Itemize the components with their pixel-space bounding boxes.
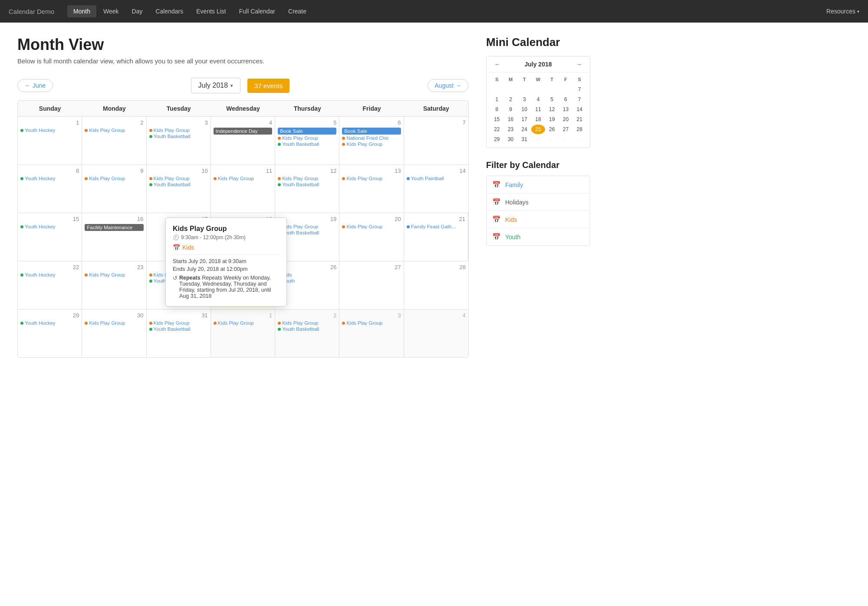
mini-day-7[interactable]: 7 [572, 85, 586, 94]
event-national-fried-chic[interactable]: National Fried Chic [342, 135, 401, 141]
event-label[interactable]: Youth Paintball [411, 176, 444, 181]
event-kids-play-group[interactable]: Kids Play Group [214, 320, 272, 326]
mini-day-27[interactable]: 27 [559, 125, 573, 134]
nav-item-day[interactable]: Day [126, 5, 149, 17]
event-kids-play-group[interactable]: Kids Play Group [342, 224, 401, 229]
mini-day-20[interactable]: 20 [559, 115, 573, 124]
event-kids-play-group[interactable]: Kids Play Group [278, 320, 336, 326]
event-youth-hockey[interactable]: Youth Hockey [20, 224, 79, 229]
event-label[interactable]: Kids Play Group [346, 320, 382, 326]
event-label[interactable]: Youth Basketball [154, 326, 191, 332]
event-label[interactable]: Youth Hockey [25, 272, 56, 277]
mini-day-26[interactable]: 26 [545, 125, 559, 134]
mini-day-14[interactable]: 14 [572, 105, 586, 114]
event-youth-basketball[interactable]: Youth Basketball [149, 182, 208, 187]
event-youth-hockey[interactable]: Youth Hockey [20, 320, 79, 326]
event-label[interactable]: Youth Hockey [25, 176, 56, 181]
event-label[interactable]: Youth Hockey [25, 320, 56, 326]
mini-day-12[interactable]: 12 [545, 105, 559, 114]
event-facility-maintenance[interactable]: Facility Maintenance [85, 224, 143, 231]
event-family-feast[interactable]: Family Feast Gath... [407, 224, 465, 229]
event-label[interactable]: Youth Hockey [25, 224, 56, 229]
mini-day-30[interactable]: 30 [504, 135, 518, 144]
mini-day-17[interactable]: 17 [517, 115, 531, 124]
event-label[interactable]: Kids Play Group [282, 224, 318, 229]
event-label[interactable]: Kids Play Group [282, 135, 318, 141]
mini-day-23[interactable]: 23 [504, 125, 518, 134]
event-youth-hockey[interactable]: Youth Hockey [20, 128, 79, 133]
event-youth-hockey[interactable]: Youth Hockey [20, 272, 79, 277]
mini-day-19[interactable]: 19 [545, 115, 559, 124]
event-label[interactable]: Kids Play Group [89, 272, 125, 277]
mini-day-7b[interactable]: 7 [572, 95, 586, 104]
event-label[interactable]: Kids Play Group [218, 176, 254, 181]
mini-day-22[interactable]: 22 [490, 125, 504, 134]
event-label[interactable]: Family Feast Gath... [411, 224, 456, 229]
event-label[interactable]: Kids Play Group [346, 142, 382, 147]
event-kids-play-group[interactable]: Kids Play Group [85, 128, 143, 133]
mini-day-31[interactable]: 31 [517, 135, 531, 144]
month-dropdown[interactable]: July 2018 [191, 78, 241, 93]
mini-day-2[interactable]: 2 [504, 95, 518, 104]
mini-day-24[interactable]: 24 [517, 125, 531, 134]
event-kids-play-group[interactable]: Kids Play Group [278, 176, 336, 181]
event-kids-play-group[interactable]: Kids Play Group [149, 320, 208, 326]
event-label[interactable]: Youth Basketball [282, 230, 319, 235]
filter-item-youth[interactable]: 📅 Youth [487, 228, 590, 246]
event-label[interactable]: Youth Basketball [154, 182, 191, 187]
event-kids-play-group[interactable]: Kids Play Group [342, 142, 401, 147]
event-youth-basketball[interactable]: Youth Basketball [278, 326, 336, 332]
event-label[interactable]: Kids Play Group [154, 128, 190, 133]
event-youth-paintball[interactable]: Youth Paintball [407, 176, 466, 181]
mini-day-4[interactable]: 4 [531, 95, 545, 104]
event-youth-basketball[interactable]: Youth Basketball [149, 134, 208, 139]
mini-day-8[interactable]: 8 [490, 105, 504, 114]
event-kids-play-group[interactable]: Kids Play Group [149, 128, 208, 133]
mini-day-28[interactable]: 28 [572, 125, 586, 134]
event-kids-play-group[interactable]: Kids Play Group [85, 176, 143, 181]
mini-prev-button[interactable]: ← [492, 60, 503, 69]
event-book-sale[interactable]: Book Sale [342, 128, 401, 135]
nav-item-month[interactable]: Month [67, 5, 96, 17]
event-label[interactable]: Youth Basketball [282, 142, 319, 147]
event-kids-play-group[interactable]: Kids Play Group [85, 272, 143, 277]
mini-day-13[interactable]: 13 [559, 105, 573, 114]
mini-day-15[interactable]: 15 [490, 115, 504, 124]
event-youth-basketball[interactable]: Youth Basketball [278, 182, 336, 187]
mini-day-29[interactable]: 29 [490, 135, 504, 144]
filter-item-kids[interactable]: 📅 Kids [487, 211, 590, 228]
event-label[interactable]: Kids Play Group [346, 224, 382, 229]
event-book-sale[interactable]: Book Sale [278, 128, 336, 135]
event-label[interactable]: Kids Play Group [282, 320, 318, 326]
mini-day-3[interactable]: 3 [517, 95, 531, 104]
event-youth-basketball[interactable]: Youth Basketball [149, 326, 208, 332]
event-label[interactable]: Kids Play Group [218, 320, 254, 326]
next-month-button[interactable]: August → [427, 79, 469, 92]
nav-item-full-calendar[interactable]: Full Calendar [233, 5, 281, 17]
event-label[interactable]: Youth Basketball [282, 182, 319, 187]
mini-day-1[interactable]: 1 [490, 95, 504, 104]
event-youth-hockey[interactable]: Youth Hockey [20, 176, 79, 181]
prev-month-button[interactable]: ← June [17, 79, 53, 92]
mini-day-5[interactable]: 5 [545, 95, 559, 104]
nav-resources[interactable]: Resources [826, 8, 859, 15]
filter-item-holidays[interactable]: 📅 Holidays [487, 193, 590, 211]
mini-day-18[interactable]: 18 [531, 115, 545, 124]
event-kids-play-group[interactable]: Kids Play Group [149, 176, 208, 181]
event-kids-play-group[interactable]: Kids Play Group [278, 135, 336, 141]
nav-item-events-list[interactable]: Events List [190, 5, 232, 17]
event-kids-play-group[interactable]: Kids Play Group [85, 320, 143, 326]
nav-item-create[interactable]: Create [282, 5, 312, 17]
nav-item-calendars[interactable]: Calendars [149, 5, 189, 17]
event-label[interactable]: Youth Basketball [154, 134, 191, 139]
mini-next-button[interactable]: → [573, 60, 585, 69]
event-kids-play-group[interactable]: Kids Play Group [342, 320, 401, 326]
event-label[interactable]: National Fried Chic [346, 135, 389, 141]
mini-day-6[interactable]: 6 [559, 95, 573, 104]
event-label[interactable]: Youth Basketball [282, 326, 319, 332]
event-kids-play-group[interactable]: Kids Play Group [342, 176, 401, 181]
mini-day-10[interactable]: 10 [517, 105, 531, 114]
event-label[interactable]: Kids Play Group [89, 176, 125, 181]
event-label[interactable]: Kids Play Group [154, 320, 190, 326]
mini-day-9[interactable]: 9 [504, 105, 518, 114]
